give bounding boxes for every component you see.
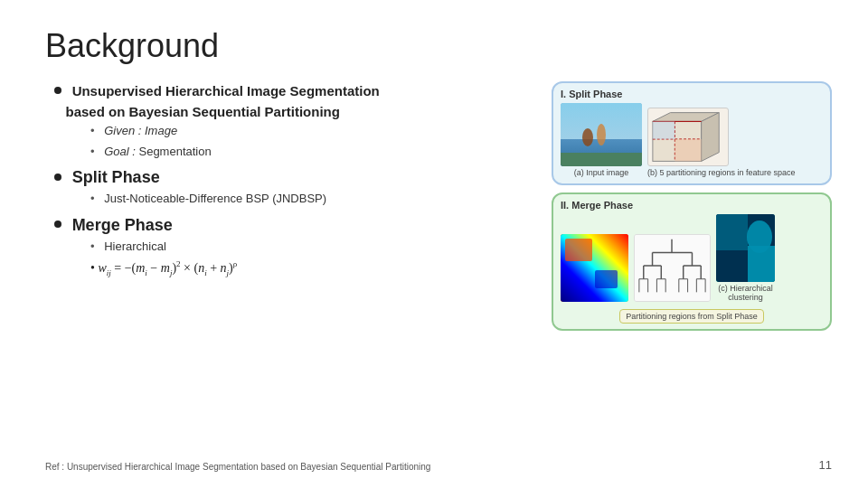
merge-dendrogram	[634, 234, 711, 302]
merge-phase-title: II. Merge Phase	[561, 200, 823, 211]
bullet-3-text: Merge Phase	[72, 216, 173, 234]
dendrogram-svg	[635, 234, 710, 302]
bullet-marker-1	[54, 87, 61, 94]
slide-container: Background Unsupervised Hierarchical Ima…	[0, 0, 868, 488]
text-content: Unsupervised Hierarchical Image Segmenta…	[45, 81, 533, 285]
svg-rect-11	[653, 121, 675, 139]
content-area: Unsupervised Hierarchical Image Segmenta…	[45, 81, 832, 331]
split-img-svg	[561, 103, 642, 166]
bullet-1: Unsupervised Hierarchical Image Segmenta…	[54, 81, 533, 160]
bullet-2-text: Split Phase	[72, 168, 160, 186]
bullet-1-sub-2: Goal : Segmentation	[90, 143, 533, 161]
bullet-3-sub-1: Hierarchical	[90, 238, 533, 256]
svg-rect-14	[565, 239, 592, 261]
merge-col3: (c) Hierarchical clustering	[716, 214, 775, 302]
bullet-2-sub-1: Just-Noticeable-Difference BSP (JNDBSP)	[90, 190, 533, 208]
images-area: I. Split Phase	[552, 81, 832, 331]
merge-col2	[634, 234, 711, 302]
split-phase-box: I. Split Phase	[552, 81, 832, 185]
merge-phase-box: II. Merge Phase	[552, 192, 832, 331]
slide-title: Background	[45, 27, 832, 65]
svg-point-4	[597, 124, 606, 145]
footer-reference: Ref : Unsupervised Hierarchical Image Se…	[45, 462, 430, 472]
partitioning-label: Partitioning regions from Split Phase	[619, 309, 764, 324]
split-feature-image	[647, 108, 729, 166]
bullet-2: Split Phase Just-Noticeable-Difference B…	[54, 165, 533, 208]
bullet-3-sub-1-text: Hierarchical	[104, 239, 166, 253]
bullet-1-sub-1: Given : Image	[90, 122, 533, 140]
svg-rect-15	[595, 270, 618, 288]
bullet-1-sub-1-text: Given : Image	[104, 124, 177, 137]
svg-rect-2	[561, 153, 642, 166]
split-phase-title: I. Split Phase	[561, 89, 823, 99]
segmented-svg	[716, 214, 775, 282]
svg-rect-12	[675, 139, 701, 161]
bullet-2-sub-1-text: Just-Noticeable-Difference BSP (JNDBSP)	[104, 192, 326, 205]
slide-number: 11	[819, 458, 832, 472]
bullet-1-text: Unsupervised Hierarchical Image Segmenta…	[54, 83, 380, 119]
split-phase-images: (a) Input image	[561, 103, 823, 177]
split-caption-2: (b) 5 partitioning regions in feature sp…	[647, 168, 796, 177]
heatmap-svg	[561, 234, 628, 302]
formula-text: • wij = −(mi − mj)2 × (ni + nj)ρ	[90, 261, 237, 275]
svg-point-3	[582, 128, 593, 146]
bullet-3: Merge Phase Hierarchical • wij = −(mi − …	[54, 213, 533, 280]
merge-col1	[561, 234, 628, 302]
bullet-1-sub-2-text: Goal : Segmentation	[104, 145, 212, 158]
formula-block: • wij = −(mi − mj)2 × (ni + nj)ρ	[90, 258, 533, 279]
svg-rect-40	[716, 214, 748, 250]
merge-heatmap	[561, 234, 628, 302]
svg-point-42	[747, 221, 772, 253]
split-3d-svg	[648, 108, 728, 166]
bullet-marker-3	[54, 221, 61, 228]
split-phase-col2: (b) 5 partitioning regions in feature sp…	[647, 108, 796, 177]
split-phase-col1: (a) Input image	[561, 103, 642, 177]
split-caption-1: (a) Input image	[561, 168, 642, 177]
merge-phase-images: (c) Hierarchical clustering	[561, 214, 823, 302]
merge-segmented	[716, 214, 775, 282]
merge-caption-3: (c) Hierarchical clustering	[716, 284, 775, 302]
svg-marker-7	[702, 113, 720, 162]
bullet-marker-2	[54, 174, 61, 181]
split-input-image	[561, 103, 642, 166]
